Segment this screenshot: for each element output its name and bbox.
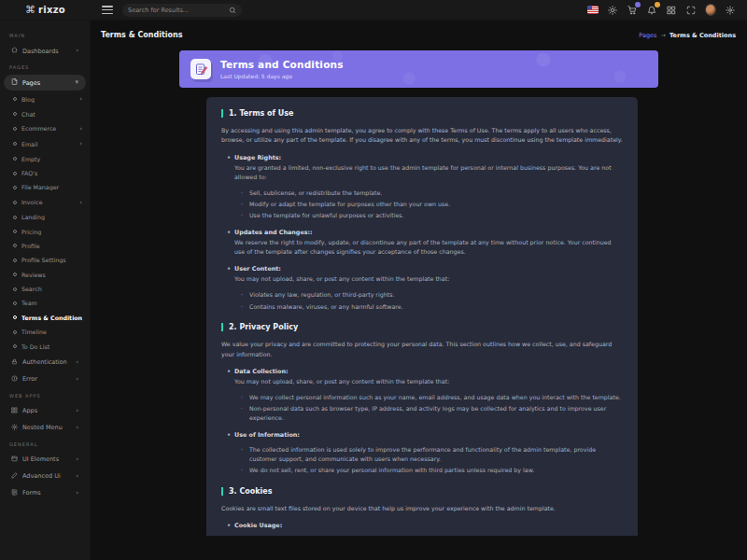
breadcrumb-parent[interactable]: Pages: [639, 32, 656, 39]
bullet-ring-icon: [13, 259, 17, 262]
sidebar-subitem-reviews[interactable]: Reviews: [0, 268, 90, 282]
terms-subitem: Use the template for unlawful purposes o…: [247, 211, 623, 220]
sidebar-item-dashboards[interactable]: Dashboards›: [4, 43, 86, 59]
sidebar-item-error[interactable]: Error›: [4, 371, 86, 387]
sidebar-subitem-team[interactable]: Team: [0, 296, 90, 310]
sidebar-item-label: Error: [22, 375, 71, 383]
section-intro: We value your privacy and are committed …: [221, 340, 623, 359]
sidebar-subitem-profile[interactable]: Profile: [0, 239, 90, 253]
cart-icon[interactable]: [627, 5, 638, 16]
bell-icon[interactable]: [646, 5, 657, 16]
sidebar-item-label: Apps: [22, 407, 71, 414]
terms-subitem: Modify or adapt the template for purpose…: [247, 200, 623, 209]
advanced-ui-icon: [11, 472, 18, 481]
chevron-down-icon: ▾: [75, 79, 78, 86]
terms-item-cookie-usage: Cookie Usage:We use cookies to remember …: [234, 522, 623, 536]
sidebar-subitem-landing[interactable]: Landing: [0, 210, 90, 224]
avatar: [705, 4, 716, 16]
nested-menu-icon: [11, 424, 18, 432]
bullet-ring-icon: [13, 201, 17, 204]
section-intro: Cookies are small text files stored on y…: [221, 504, 623, 513]
terms-item-updates-and-changes: Updates and Changes::We reserve the righ…: [234, 229, 623, 257]
bullet-ring-icon: [13, 344, 17, 348]
section-intro: By accessing and using this admin templa…: [221, 126, 623, 146]
sidebar-item-nested-menu[interactable]: Nested Menu›: [4, 420, 86, 436]
sidebar-subitem-label: Invoice: [21, 199, 75, 205]
sidebar-subitem-label: Blog: [21, 96, 75, 103]
sidebar-item-label: Forms: [22, 489, 71, 497]
sidebar-item-forms[interactable]: Forms›: [4, 485, 86, 501]
terms-item-heading: User Content:: [234, 265, 623, 273]
page-header: Terms & Conditions Pages → Terms & Condi…: [91, 21, 747, 48]
sidebar-subitem-faq-s[interactable]: FAQ's: [0, 166, 90, 180]
fullscreen-icon[interactable]: [685, 5, 697, 16]
sidebar-subitem-label: Chat: [21, 111, 82, 118]
sidebar-subitem-label: To Do List: [21, 343, 82, 350]
menu-toggle-icon[interactable]: [102, 6, 113, 14]
sidebar-item-authentication[interactable]: Authentication›: [4, 355, 86, 371]
sidebar-item-apps[interactable]: Apps›: [4, 403, 86, 419]
gear-icon[interactable]: [725, 5, 736, 16]
sidebar-subitem-file-manager[interactable]: File Manager: [0, 180, 90, 194]
terms-subitem-list: Violates any law, regulation, or third-p…: [247, 290, 623, 311]
apps-grid-icon[interactable]: [666, 5, 677, 16]
brand-logo[interactable]: ⌘ rixzo: [0, 0, 91, 21]
notification-badge: [655, 2, 660, 7]
terms-item-text: We reserve the right to modify, update, …: [234, 238, 623, 257]
terms-item-user-content: User Content:You may not upload, share, …: [234, 265, 623, 311]
banner-title: Terms and Conditions: [220, 59, 344, 70]
banner-last-updated: Last Updated: 5 days ago: [220, 73, 344, 79]
bullet-ring-icon: [13, 315, 17, 319]
sidebar-subitem-timeline[interactable]: Timeline: [0, 325, 90, 339]
terms-subitem: We may collect personal information such…: [247, 393, 623, 402]
sidebar-item-ui-elements[interactable]: UI Elements›: [4, 452, 86, 468]
sidebar-subitem-pricing[interactable]: Pricing: [0, 224, 90, 238]
sun-icon[interactable]: [607, 5, 618, 16]
terms-subitem-list: We may collect personal information such…: [247, 393, 623, 423]
sidebar-subitem-label: Profile: [21, 243, 82, 249]
sidebar-subitem-terms-conditions[interactable]: Terms & Conditions: [0, 311, 90, 325]
breadcrumb: Pages → Terms & Conditions: [639, 32, 736, 39]
chevron-right-icon: ›: [79, 95, 82, 103]
sidebar-subitem-label: Profile Settings: [21, 257, 82, 263]
sidebar-subitem-invoice[interactable]: Invoice›: [0, 195, 90, 210]
authentication-icon: [11, 358, 18, 367]
main-content: Terms & Conditions Pages → Terms & Condi…: [91, 21, 747, 560]
sidebar-subitem-to-do-list[interactable]: To Do List: [0, 339, 90, 353]
sidebar-subitem-label: File Manager: [21, 184, 82, 190]
topbar-actions: [587, 5, 747, 16]
sidebar-subitem-search[interactable]: Search: [0, 282, 90, 296]
chevron-right-icon: ›: [76, 376, 78, 383]
search-input[interactable]: [128, 7, 225, 14]
sidebar-subitem-empty[interactable]: Empty: [0, 152, 90, 166]
flag-us-icon[interactable]: [587, 5, 599, 16]
sidebar-item-advanced-ui[interactable]: Advanced Ui›: [4, 469, 86, 484]
global-search: [122, 4, 242, 17]
avatar[interactable]: [705, 5, 716, 16]
chevron-right-icon: ›: [76, 408, 78, 414]
bullet-ring-icon: [13, 157, 17, 161]
ui-elements-icon: [11, 455, 18, 464]
pages-icon: [11, 78, 18, 87]
terms-subitem: Non-personal data such as browser type, …: [247, 404, 623, 423]
breadcrumb-current: Terms & Conditions: [669, 32, 736, 39]
breadcrumb-separator: →: [660, 32, 665, 39]
sidebar-item-pages[interactable]: Pages▾: [4, 75, 86, 91]
bullet-ring-icon: [13, 244, 17, 247]
sidebar-subitem-chat[interactable]: Chat: [0, 106, 90, 120]
sidebar-item-label: Pages: [22, 79, 70, 87]
chevron-right-icon: ›: [76, 490, 78, 497]
sidebar-subitem-profile-settings[interactable]: Profile Settings: [0, 253, 90, 267]
terms-subitem: Sell, sublicense, or redistribute the te…: [247, 189, 623, 198]
sidebar-subitem-label: Team: [21, 300, 82, 306]
sidebar-subitem-label: Landing: [21, 214, 82, 220]
terms-subitem: The collected information is used solely…: [247, 445, 623, 464]
search-icon[interactable]: [229, 7, 236, 14]
sidebar-subitem-ecommerce[interactable]: Ecommerce›: [0, 121, 90, 136]
chevron-right-icon: ›: [76, 425, 78, 431]
sidebar-subitem-email[interactable]: Email›: [0, 136, 90, 151]
sidebar-item-label: Dashboards: [22, 48, 71, 55]
sidebar-subitem-blog[interactable]: Blog›: [0, 91, 90, 106]
brand-name: rixzo: [38, 5, 65, 15]
document-pencil-icon: [190, 59, 211, 79]
